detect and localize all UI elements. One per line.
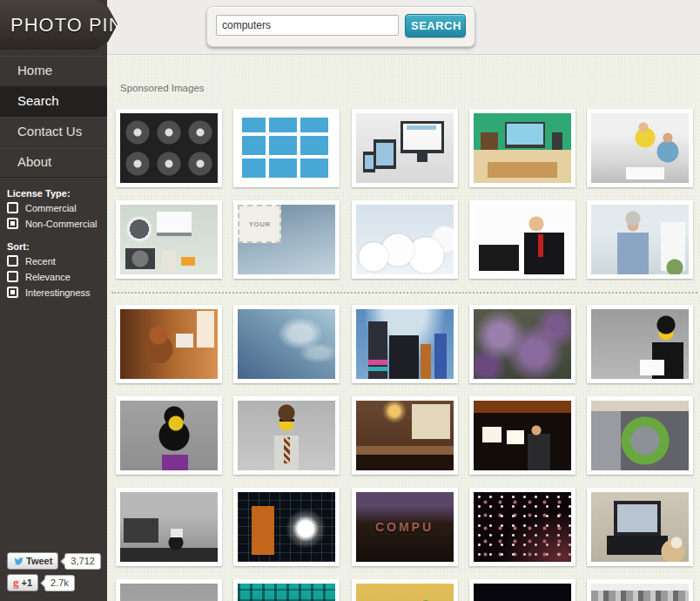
checkbox-interestingness[interactable]: Interestingness [7,287,104,298]
results-row-4 [116,579,693,601]
search-button[interactable]: SEARCH [405,14,466,37]
thumbnail-image [591,113,689,183]
tweet-count: 3,712 [64,553,101,570]
sort-heading: Sort: [7,241,104,252]
thumbnail-bw-office[interactable] [116,488,222,566]
checkbox-non-commercial[interactable]: Non-Commercial [7,218,104,229]
thumbnail-image [474,309,571,379]
thumbnail-image [356,113,454,183]
checkbox-checked-icon[interactable] [7,287,18,298]
thumbnail-image [120,492,218,562]
filter-panel: License Type: CommercialNon-Commercial S… [7,183,104,302]
checkbox-recent[interactable]: Recent [7,255,104,267]
sidebar-item-contact-us[interactable]: Contact Us [0,117,107,147]
thumbnail-laptop-dog[interactable] [587,488,693,566]
sidebar-item-home[interactable]: Home [0,56,107,86]
thumbnail-yellow-room[interactable] [352,579,458,601]
license-filter-group: License Type: CommercialNon-Commercial [7,188,104,229]
sidebar-item-about[interactable]: About [0,147,107,178]
thumbnail-lego-beard[interactable] [116,396,222,475]
thumbnail-thumbsup-man[interactable] [469,200,575,279]
results-row-2 [116,396,693,475]
thumbnail-image [238,584,335,601]
thumbnail-dark-curve[interactable] [469,579,575,601]
thumbnail-image [591,401,689,470]
logo-title: PHOTO PIN [0,14,124,37]
thumbnail-image [474,113,571,183]
checkbox-unchecked-icon[interactable] [7,202,18,213]
thumbnail-paper-clouds[interactable] [352,200,458,279]
checkbox-commercial[interactable]: Commercial [7,202,104,213]
thumbnail-circuit-stamp[interactable]: YOUR [233,200,340,279]
checkbox-checked-icon[interactable] [7,218,18,229]
thumbnail-bokeh[interactable] [469,488,575,566]
sponsored-separator [111,292,697,294]
thumbnail-image [238,113,335,183]
thumbnail-image [356,309,454,379]
tweet-button[interactable]: Tweet [7,552,58,570]
thumbnail-image [356,205,454,274]
thumbnail-dark-monitors[interactable] [469,396,575,475]
thumbnail-office-people[interactable] [587,109,693,187]
thumbnail-image [356,584,454,601]
thumbnail-image [591,584,689,601]
tweet-label: Tweet [26,556,52,566]
thumbnail-lego-paper[interactable] [587,305,693,383]
sidebar: HomeSearchContact UsAbout License Type: … [0,0,107,601]
license-options: CommercialNon-Commercial [7,202,104,229]
thumbnail-overlay-text: YOUR [238,205,281,243]
thumbnail-image [474,205,571,274]
thumbnail-teal-circuit[interactable] [233,579,340,601]
checkbox-label: Relevance [25,272,71,282]
thumbnail-image [591,309,689,379]
checkbox-unchecked-icon[interactable] [7,271,18,282]
results-row-3: COMPU [116,488,693,566]
thumbnail-bw-building[interactable] [587,579,693,601]
thumbnail-responsive[interactable] [352,109,458,187]
checkbox-relevance[interactable]: Relevance [7,271,104,282]
twitter-bird-icon [13,556,24,566]
sort-filter-group: Sort: RecentRelevanceInterestingness [7,241,104,298]
thumbnail-apple-night[interactable] [233,488,340,566]
thumbnail-dark-icons[interactable] [116,109,222,187]
gplus-row: g +1 2.7k [7,574,101,591]
thumbnail-lego-gray[interactable] [116,579,222,601]
google-g-icon: g [13,576,19,590]
thumbnail-image [120,113,218,183]
thumbnail-doctor[interactable] [587,200,693,279]
image-grid: YOUR COMPU [116,109,693,601]
thumbnail-blue-grid[interactable] [233,109,340,187]
thumbnail-image [120,401,218,470]
thumbnail-overlay-text: COMPU [356,492,454,562]
search-bar: SEARCH [206,6,475,47]
thumbnail-image [356,401,454,470]
thumbnail-city-hdr[interactable] [352,305,458,383]
thumbnail-image: YOUR [238,205,335,274]
thumbnail-library[interactable] [352,396,458,475]
gplus-label: +1 [22,577,33,588]
thumbnail-purple-blur[interactable] [469,305,575,383]
photo-pin-app: HomeSearchContact UsAbout License Type: … [0,0,700,601]
sidebar-item-search[interactable]: Search [0,86,107,117]
gplus-button[interactable]: g +1 [7,574,38,591]
thumbnail-lego-glasses[interactable] [233,396,340,475]
thumbnail-image [591,492,689,562]
checkbox-label: Recent [25,256,56,267]
thumbnail-green-frame[interactable] [587,396,693,475]
search-input[interactable] [216,15,399,36]
tweet-row: Tweet 3,712 [7,552,101,570]
thumbnail-compu-sign[interactable]: COMPU [352,488,458,566]
thumbnail-gadgets-flat[interactable] [116,200,222,279]
checkbox-unchecked-icon[interactable] [7,255,18,267]
thumbnail-image [238,401,335,470]
license-type-heading: License Type: [7,188,104,199]
checkbox-label: Non-Commercial [25,219,98,229]
thumbnail-sky[interactable] [233,305,340,383]
thumbnail-flat-workspace[interactable] [469,109,575,187]
thumbnail-image [120,309,218,379]
thumbnail-woman-orange[interactable] [116,305,222,383]
thumbnail-image [120,205,218,274]
results-row-1 [116,305,693,383]
thumbnail-image [474,401,571,470]
logo-badge[interactable]: PHOTO PIN [0,0,118,50]
